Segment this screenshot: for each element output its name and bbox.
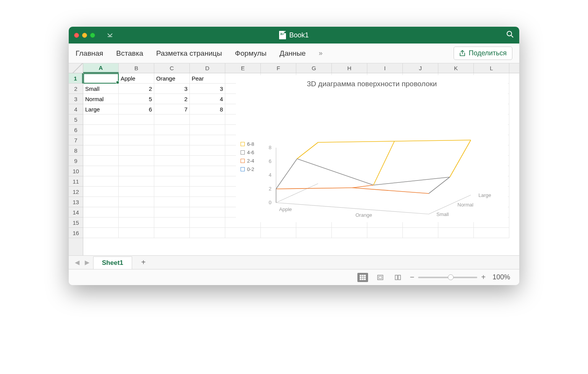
cell-D8[interactable] (190, 145, 225, 156)
col-header-E[interactable]: E (225, 63, 261, 73)
fullscreen-window-button[interactable] (90, 33, 95, 38)
cell-D10[interactable] (190, 166, 225, 176)
col-header-H[interactable]: H (332, 63, 367, 73)
col-header-B[interactable]: B (119, 63, 154, 73)
cell-B2[interactable]: 2 (119, 84, 154, 94)
row-header-15[interactable]: 15 (69, 218, 83, 228)
sheet-tab-active[interactable]: Sheet1 (93, 256, 132, 269)
view-page-break-icon[interactable] (393, 273, 403, 282)
zoom-percent[interactable]: 100% (493, 273, 510, 281)
share-button[interactable]: Поделиться (454, 47, 512, 60)
cell-A15[interactable] (83, 218, 119, 228)
zoom-out-button[interactable]: − (410, 273, 415, 282)
col-header-K[interactable]: K (438, 63, 474, 73)
cell-D3[interactable]: 4 (190, 94, 225, 104)
cell-C6[interactable] (154, 125, 190, 135)
cell-A16[interactable] (83, 228, 119, 238)
cell-C10[interactable] (154, 166, 190, 176)
col-header-F[interactable]: F (261, 63, 296, 73)
more-tabs-icon[interactable]: » (319, 49, 323, 57)
cell-J16[interactable] (403, 228, 438, 238)
cell-C12[interactable] (154, 187, 190, 197)
cell-B8[interactable] (119, 145, 154, 156)
row-header-4[interactable]: 4 (69, 104, 83, 114)
search-icon[interactable] (506, 31, 514, 40)
cell-A4[interactable]: Large (83, 104, 119, 114)
cell-G16[interactable] (296, 228, 332, 238)
sheet-nav-prev-icon[interactable]: ◀ (73, 259, 81, 266)
cell-C9[interactable] (154, 156, 190, 166)
row-header-7[interactable]: 7 (69, 135, 83, 145)
cell-B11[interactable] (119, 176, 154, 187)
cell-B13[interactable] (119, 197, 154, 207)
cell-D13[interactable] (190, 197, 225, 207)
col-header-J[interactable]: J (403, 63, 438, 73)
cell-B14[interactable] (119, 207, 154, 218)
cell-D6[interactable] (190, 125, 225, 135)
col-header-L[interactable]: L (474, 63, 509, 73)
add-sheet-button[interactable]: + (134, 256, 153, 268)
cell-D15[interactable] (190, 218, 225, 228)
row-header-3[interactable]: 3 (69, 94, 83, 104)
chart-object[interactable]: 3D диаграмма поверхности проволоки 6-8 4… (236, 75, 508, 222)
view-normal-icon[interactable] (357, 273, 368, 282)
cell-I16[interactable] (367, 228, 403, 238)
cell-A10[interactable] (83, 166, 119, 176)
zoom-slider-thumb[interactable] (448, 274, 454, 280)
cell-C1[interactable]: Orange (154, 73, 190, 84)
cell-B7[interactable] (119, 135, 154, 145)
cell-L16[interactable] (474, 228, 509, 238)
cell-D9[interactable] (190, 156, 225, 166)
cell-D2[interactable]: 3 (190, 84, 225, 94)
row-header-6[interactable]: 6 (69, 125, 83, 135)
row-header-9[interactable]: 9 (69, 156, 83, 166)
cell-K16[interactable] (438, 228, 474, 238)
quick-access-dropdown-icon[interactable] (107, 32, 113, 38)
cell-B9[interactable] (119, 156, 154, 166)
cell-A8[interactable] (83, 145, 119, 156)
cell-A5[interactable] (83, 114, 119, 125)
row-header-12[interactable]: 12 (69, 187, 83, 197)
select-all-corner[interactable] (69, 63, 83, 73)
cell-C7[interactable] (154, 135, 190, 145)
cell-B16[interactable] (119, 228, 154, 238)
tab-page-layout[interactable]: Разметка страницы (156, 49, 222, 58)
col-header-A[interactable]: A (83, 63, 119, 73)
cell-B12[interactable] (119, 187, 154, 197)
cell-B3[interactable]: 5 (119, 94, 154, 104)
tab-insert[interactable]: Вставка (116, 49, 143, 58)
tab-home[interactable]: Главная (76, 49, 103, 58)
cell-B6[interactable] (119, 125, 154, 135)
row-header-10[interactable]: 10 (69, 166, 83, 176)
view-page-layout-icon[interactable] (375, 273, 386, 282)
zoom-in-button[interactable]: + (481, 273, 486, 282)
cell-A13[interactable] (83, 197, 119, 207)
cell-C5[interactable] (154, 114, 190, 125)
cell-A12[interactable] (83, 187, 119, 197)
cell-C15[interactable] (154, 218, 190, 228)
row-header-2[interactable]: 2 (69, 84, 83, 94)
cell-A6[interactable] (83, 125, 119, 135)
row-header-16[interactable]: 16 (69, 228, 83, 238)
cell-A14[interactable] (83, 207, 119, 218)
cell-C2[interactable]: 3 (154, 84, 190, 94)
cell-D5[interactable] (190, 114, 225, 125)
cell-E16[interactable] (225, 228, 261, 238)
cell-D11[interactable] (190, 176, 225, 187)
cell-A11[interactable] (83, 176, 119, 187)
cell-B4[interactable]: 6 (119, 104, 154, 114)
col-header-I[interactable]: I (367, 63, 403, 73)
tab-data[interactable]: Данные (279, 49, 306, 58)
cell-C4[interactable]: 7 (154, 104, 190, 114)
col-header-G[interactable]: G (296, 63, 332, 73)
row-header-5[interactable]: 5 (69, 114, 83, 125)
cell-A1[interactable] (83, 73, 119, 84)
cell-A3[interactable]: Normal (83, 94, 119, 104)
sheet-nav-next-icon[interactable]: ▶ (83, 259, 91, 266)
row-header-13[interactable]: 13 (69, 197, 83, 207)
cell-C3[interactable]: 2 (154, 94, 190, 104)
cell-B1[interactable]: Apple (119, 73, 154, 84)
row-header-11[interactable]: 11 (69, 176, 83, 187)
cell-D12[interactable] (190, 187, 225, 197)
cell-D1[interactable]: Pear (190, 73, 225, 84)
